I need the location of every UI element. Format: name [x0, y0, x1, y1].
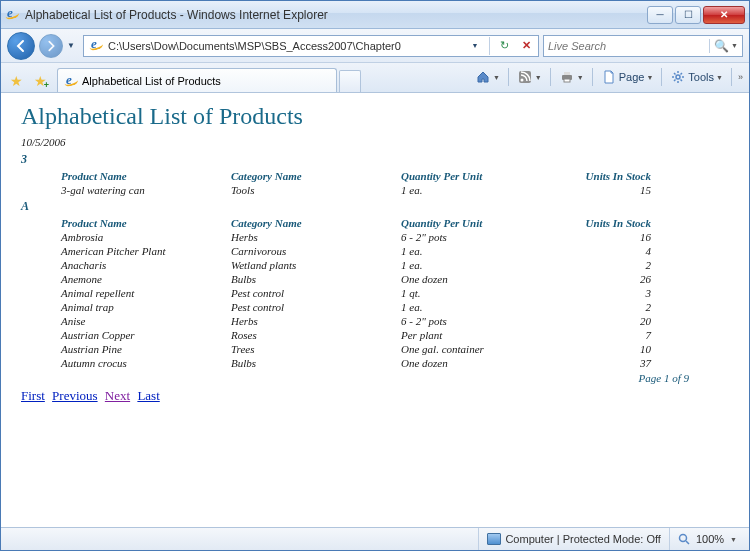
table-row: 3-gal watering canTools1 ea.15 [21, 183, 729, 197]
rss-icon [517, 69, 533, 85]
cell-qty: 1 ea. [401, 259, 551, 271]
cell-category: Carnivorous [231, 245, 401, 257]
address-input[interactable] [108, 40, 465, 52]
col-qty: Quantity Per Unit [401, 217, 551, 229]
navigation-bar: ▼ ▼ ↻ ✕ 🔍 ▼ [1, 29, 749, 63]
cell-stock: 37 [551, 357, 651, 369]
page-menu-button[interactable]: Page ▼ [597, 66, 658, 88]
window-titlebar: Alphabetical List of Products - Windows … [1, 1, 749, 29]
tab-active[interactable]: Alphabetical List of Products [57, 68, 337, 92]
svg-point-5 [676, 75, 680, 79]
search-bar[interactable]: 🔍 ▼ [543, 35, 743, 57]
pagination-nav: First Previous Next Last [21, 388, 729, 404]
cell-stock: 3 [551, 287, 651, 299]
svg-rect-3 [564, 72, 570, 75]
svg-rect-4 [564, 79, 570, 82]
report-date: 10/5/2006 [21, 136, 729, 148]
cell-qty: Per plant [401, 329, 551, 341]
cell-stock: 2 [551, 259, 651, 271]
forward-button[interactable] [39, 34, 63, 58]
cell-product: Anemone [61, 273, 231, 285]
recent-pages-dropdown[interactable]: ▼ [67, 41, 79, 50]
cell-stock: 2 [551, 301, 651, 313]
cell-qty: 1 ea. [401, 245, 551, 257]
cell-category: Bulbs [231, 357, 401, 369]
cell-category: Roses [231, 329, 401, 341]
cell-qty: One dozen [401, 357, 551, 369]
cell-qty: One gal. container [401, 343, 551, 355]
search-icon[interactable]: 🔍 [709, 39, 729, 53]
cell-qty: 1 ea. [401, 301, 551, 313]
command-bar: ▼ ▼ ▼ Page ▼ Tools ▼ » [471, 66, 745, 92]
nav-previous[interactable]: Previous [52, 388, 98, 403]
table-row: Animal repellentPest control1 qt.3 [21, 286, 729, 300]
maximize-button[interactable]: ☐ [675, 6, 701, 24]
col-category: Category Name [231, 217, 401, 229]
col-qty: Quantity Per Unit [401, 170, 551, 182]
cell-product: Ambrosia [61, 231, 231, 243]
cell-product: Anacharis [61, 259, 231, 271]
cell-category: Bulbs [231, 273, 401, 285]
page-favicon [89, 38, 105, 54]
tools-menu-button[interactable]: Tools ▼ [666, 66, 727, 88]
search-provider-dropdown[interactable]: ▼ [731, 42, 738, 49]
cell-qty: 6 - 2" pots [401, 315, 551, 327]
svg-point-1 [520, 79, 523, 82]
page-info: Page 1 of 9 [21, 372, 729, 384]
computer-icon [487, 533, 501, 545]
cell-category: Tools [231, 184, 401, 196]
zoom-control[interactable]: 100% ▼ [669, 528, 743, 550]
address-bar[interactable]: ▼ ↻ ✕ [83, 35, 539, 57]
print-button[interactable]: ▼ [555, 66, 588, 88]
cell-stock: 4 [551, 245, 651, 257]
page-menu-label: Page [619, 71, 645, 83]
cell-qty: One dozen [401, 273, 551, 285]
table-row: Animal trapPest control1 ea.2 [21, 300, 729, 314]
cell-qty: 1 qt. [401, 287, 551, 299]
table-row: AmbrosiaHerbs6 - 2" pots16 [21, 230, 729, 244]
col-stock: Units In Stock [551, 217, 651, 229]
page-icon [601, 69, 617, 85]
zoom-level: 100% [696, 533, 724, 545]
minimize-button[interactable]: ─ [647, 6, 673, 24]
nav-first[interactable]: First [21, 388, 45, 403]
security-zone[interactable]: Computer | Protected Mode: Off [478, 528, 669, 550]
tab-favicon [64, 74, 78, 88]
col-product: Product Name [61, 170, 231, 182]
group-letter: 3 [21, 152, 729, 167]
new-tab-button[interactable] [339, 70, 361, 92]
nav-last[interactable]: Last [137, 388, 159, 403]
refresh-button[interactable]: ↻ [494, 37, 514, 55]
table-row: American Pitcher PlantCarnivorous1 ea.4 [21, 244, 729, 258]
zoom-dropdown[interactable]: ▼ [730, 536, 737, 543]
nav-next[interactable]: Next [105, 388, 130, 403]
cell-stock: 26 [551, 273, 651, 285]
add-favorites-button[interactable]: ★ [29, 70, 51, 92]
back-button[interactable] [7, 32, 35, 60]
report-title: Alphabetical List of Products [21, 103, 729, 130]
home-button[interactable]: ▼ [471, 66, 504, 88]
tab-label: Alphabetical List of Products [82, 75, 221, 87]
page-content: Alphabetical List of Products 10/5/2006 … [1, 93, 749, 527]
status-bar: Computer | Protected Mode: Off 100% ▼ [1, 527, 749, 550]
feeds-button[interactable]: ▼ [513, 66, 546, 88]
close-button[interactable]: ✕ [703, 6, 745, 24]
cell-category: Trees [231, 343, 401, 355]
gear-icon [670, 69, 686, 85]
cell-product: American Pitcher Plant [61, 245, 231, 257]
cell-product: Animal trap [61, 301, 231, 313]
tools-menu-label: Tools [688, 71, 714, 83]
cell-stock: 15 [551, 184, 651, 196]
cell-product: Austrian Pine [61, 343, 231, 355]
cell-product: 3-gal watering can [61, 184, 231, 196]
cell-qty: 6 - 2" pots [401, 231, 551, 243]
search-input[interactable] [548, 40, 709, 52]
stop-button[interactable]: ✕ [516, 37, 536, 55]
report-body: 3Product NameCategory NameQuantity Per U… [21, 152, 729, 370]
favorites-button[interactable]: ★ [5, 70, 27, 92]
cell-product: Anise [61, 315, 231, 327]
help-dropdown[interactable]: » [736, 66, 745, 88]
table-row: AniseHerbs6 - 2" pots20 [21, 314, 729, 328]
column-header-row: Product NameCategory NameQuantity Per Un… [21, 216, 729, 230]
address-dropdown[interactable]: ▼ [465, 37, 485, 55]
